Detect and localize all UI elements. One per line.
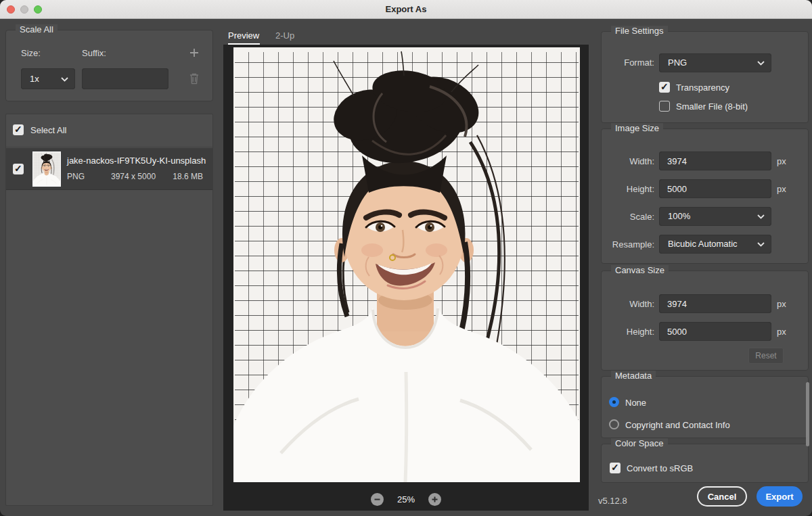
dialog-title: Export As (0, 4, 812, 14)
color-space-group: Color Space Convert to sRGB (601, 444, 809, 483)
scale-all-legend: Scale All (16, 24, 58, 34)
chevron-down-icon (757, 53, 765, 72)
suffix-field-wrap (82, 68, 168, 89)
file-thumbnail (33, 152, 60, 186)
zoom-level: 25% (397, 494, 415, 505)
select-all-checkbox[interactable] (13, 124, 24, 135)
file-name: jake-nackos-IF9TK5Uy-KI-unsplash (67, 156, 206, 166)
chevron-down-icon (757, 235, 765, 254)
scale-size-select[interactable]: 1x (21, 68, 75, 89)
canvas-width-input[interactable] (659, 294, 771, 313)
image-width-unit: px (777, 156, 786, 166)
canvas-size-group: Canvas Size Width: px Height: px Reset (601, 271, 809, 371)
file-settings-legend: File Settings (611, 26, 668, 36)
file-size: 18.6 MB (173, 172, 203, 181)
select-all-row[interactable]: Select All (6, 114, 212, 147)
image-size-legend: Image Size (611, 123, 663, 133)
zoom-out-icon[interactable] (371, 493, 384, 506)
delete-scale-icon (187, 70, 202, 87)
image-height-wrap (659, 179, 771, 198)
file-row[interactable]: jake-nackos-IF9TK5Uy-KI-unsplash PNG 397… (6, 148, 212, 190)
file-settings-group: File Settings Format: PNG Transparency S… (601, 31, 809, 123)
image-height-input[interactable] (659, 179, 771, 198)
scale-size-value: 1x (30, 74, 61, 84)
zoom-in-icon[interactable] (428, 493, 441, 506)
smaller-file-checkbox[interactable] (659, 101, 670, 112)
size-label: Size: (21, 48, 41, 58)
image-width-input[interactable] (659, 151, 771, 170)
image-height-label: Height: (602, 184, 654, 194)
resample-select[interactable]: Bicubic Automatic (659, 235, 771, 254)
resample-label: Resample: (602, 239, 654, 250)
add-scale-icon[interactable] (187, 45, 202, 60)
transparency-label: Transparency (676, 83, 729, 93)
scale-value: 100% (668, 207, 757, 226)
canvas-width-label: Width: (602, 299, 654, 309)
cancel-button[interactable]: Cancel (697, 486, 747, 507)
image-width-label: Width: (602, 156, 654, 166)
convert-srgb-label: Convert to sRGB (627, 463, 693, 473)
chevron-down-icon (61, 74, 68, 84)
color-space-legend: Color Space (611, 438, 668, 448)
export-as-dialog: Export As Scale All Size: Suffix: 1x Sel… (0, 0, 812, 516)
select-all-label: Select All (30, 125, 66, 135)
panel-scrollbar[interactable] (806, 382, 809, 446)
smaller-file-label: Smaller File (8-bit) (676, 101, 748, 112)
file-dimensions: 3974 x 5000 (111, 172, 156, 181)
version-text: v5.12.8 (598, 496, 627, 506)
metadata-legend: Metadata (611, 371, 656, 381)
preview-image[interactable] (233, 47, 580, 482)
reset-button[interactable]: Reset (748, 348, 784, 364)
canvas-width-wrap (659, 294, 771, 313)
suffix-label: Suffix: (82, 48, 106, 58)
canvas-height-label: Height: (602, 327, 654, 337)
file-checkbox[interactable] (13, 164, 24, 174)
canvas-height-wrap (659, 322, 771, 341)
scale-select[interactable]: 100% (659, 207, 771, 226)
tab-2up[interactable]: 2-Up (275, 30, 294, 41)
image-width-wrap (659, 151, 771, 170)
suffix-input[interactable] (82, 68, 168, 89)
canvas-size-legend: Canvas Size (611, 265, 669, 275)
canvas-height-input[interactable] (659, 322, 771, 341)
zoom-bar: 25% (223, 493, 589, 506)
resample-value: Bicubic Automatic (668, 235, 757, 254)
scale-label: Scale: (602, 212, 654, 222)
format-value: PNG (668, 53, 757, 72)
canvas-width-unit: px (777, 299, 786, 309)
metadata-copyright-radio[interactable] (609, 419, 619, 429)
scale-all-group: Scale All Size: Suffix: 1x (5, 30, 213, 101)
canvas-height-unit: px (777, 327, 786, 337)
tab-preview[interactable]: Preview (228, 30, 259, 41)
export-button[interactable]: Export (757, 486, 803, 507)
convert-srgb-checkbox[interactable] (610, 463, 621, 473)
metadata-none-label: None (625, 398, 646, 408)
file-format: PNG (67, 172, 85, 181)
metadata-copyright-label: Copyright and Contact Info (625, 420, 730, 430)
image-size-group: Image Size Width: px Height: px Scale: 1… (601, 128, 809, 264)
title-bar: Export As (0, 0, 812, 19)
format-select[interactable]: PNG (659, 53, 771, 72)
chevron-down-icon (757, 207, 765, 226)
metadata-none-radio[interactable] (609, 397, 619, 407)
metadata-group: Metadata None Copyright and Contact Info (601, 376, 809, 438)
transparency-checkbox[interactable] (659, 82, 670, 93)
export-file-list: Select All jake-nackos-IF9TK5Uy-KI-unspl… (5, 114, 213, 506)
preview-canvas: 25% (223, 45, 589, 511)
format-label: Format: (602, 57, 654, 68)
image-height-unit: px (777, 184, 786, 194)
